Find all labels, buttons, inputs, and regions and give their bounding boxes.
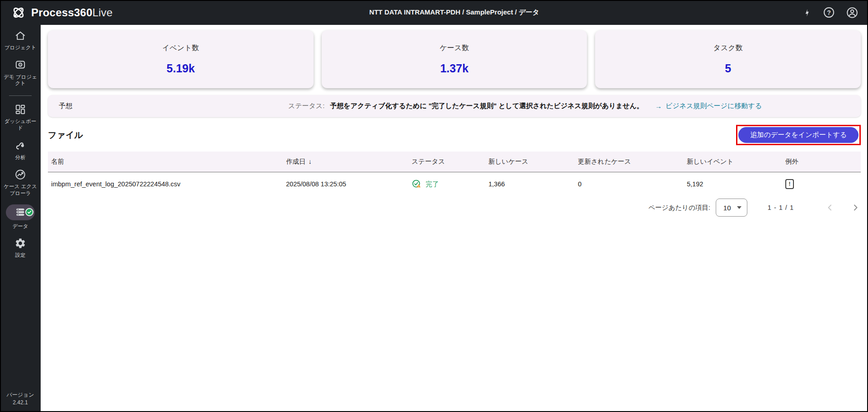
flash-icon[interactable]: [802, 7, 812, 18]
sidebar-item-dashboard[interactable]: ダッシュボード: [0, 103, 40, 131]
stat-label: タスク数: [713, 43, 743, 53]
stat-card-events: イベント数 5.19k: [48, 30, 314, 88]
import-data-button[interactable]: 追加のデータをインポートする: [738, 127, 859, 143]
column-header-name[interactable]: 名前: [48, 157, 286, 166]
status-text: 完了: [426, 180, 439, 189]
business-rules-link[interactable]: → ビジネス規則ページに移動する: [655, 102, 762, 110]
case-explorer-icon: [14, 168, 26, 180]
sidebar-divider: [9, 95, 32, 96]
gear-icon: [14, 237, 26, 249]
stat-value: 1.37k: [440, 62, 469, 75]
new-cases-cell: 1,366: [488, 180, 578, 188]
files-table: 名前 作成日↓ ステータス 新しいケース 更新されたケース 新しいイベント 例外…: [48, 152, 861, 217]
created-date-cell: 2025/08/08 13:25:05: [286, 180, 412, 188]
forecast-title: 予想: [59, 102, 72, 110]
items-per-page-label: ページあたりの項目:: [648, 204, 710, 212]
column-header-new-events[interactable]: 新しいイベント: [687, 157, 785, 166]
main-content: イベント数 5.19k ケース数 1.37k タスク数 5 予想 ステータス: …: [41, 25, 868, 412]
sidebar-item-analysis[interactable]: 分析: [0, 139, 40, 161]
sidebar-item-settings[interactable]: 設定: [0, 237, 40, 259]
sidebar-item-projects[interactable]: プロジェクト: [0, 29, 40, 51]
pagination-range: 1 - 1 / 1: [768, 204, 794, 211]
exception-report-icon[interactable]: !: [785, 179, 794, 189]
chevron-down-icon: [737, 206, 741, 209]
table-header-row: 名前 作成日↓ ステータス 新しいケース 更新されたケース 新しいイベント 例外: [48, 152, 861, 172]
arrow-right-icon: →: [655, 102, 662, 110]
column-header-updated-cases[interactable]: 更新されたケース: [578, 157, 687, 166]
exception-cell: !: [785, 179, 858, 189]
demo-eye-icon: [14, 59, 26, 71]
sidebar-item-data[interactable]: データ: [0, 204, 40, 230]
data-ready-check-icon: [25, 208, 33, 216]
column-header-exceptions[interactable]: 例外: [785, 157, 858, 166]
column-header-created[interactable]: 作成日↓: [286, 157, 412, 166]
stat-card-cases: ケース数 1.37k: [322, 30, 587, 88]
column-header-new-cases[interactable]: 新しいケース: [488, 157, 578, 166]
updated-cases-cell: 0: [578, 180, 687, 188]
stat-cards: イベント数 5.19k ケース数 1.37k タスク数 5: [48, 30, 861, 88]
status-cell: 完了: [412, 179, 488, 189]
next-page-icon[interactable]: [852, 204, 859, 211]
stat-value: 5: [725, 62, 731, 75]
app-logo-icon: [11, 5, 26, 20]
sidebar-item-case-explorer[interactable]: ケース エクスプローラ: [0, 168, 40, 196]
stat-label: ケース数: [440, 43, 469, 53]
table-row: imbpm_ref_event_log_20250722224548.csv 2…: [48, 172, 861, 196]
stat-card-tasks: タスク数 5: [595, 30, 861, 88]
sort-desc-icon: ↓: [309, 158, 312, 165]
top-bar: Process360Live NTT DATA INTRAMART-PDH / …: [0, 0, 868, 25]
version-number: 2.42.1: [6, 399, 34, 407]
file-name-cell: imbpm_ref_event_log_20250722224548.csv: [48, 180, 286, 188]
new-events-cell: 5,192: [687, 180, 785, 188]
stat-value: 5.19k: [167, 62, 195, 75]
forecast-strip: 予想 ステータス: 予想をアクティブ化するために "完了したケース規則" として…: [48, 95, 861, 117]
previous-page-icon[interactable]: [826, 204, 834, 211]
process-path-icon: [14, 139, 26, 152]
sidebar-item-demo-project[interactable]: デモ プロジェクト: [0, 59, 40, 87]
account-icon[interactable]: [846, 7, 858, 19]
status-done-warning-icon: [412, 179, 422, 189]
pagination-bar: ページあたりの項目: 10 1 - 1 / 1: [48, 199, 861, 217]
help-icon[interactable]: ?: [824, 7, 834, 18]
active-item-pill: [6, 204, 35, 220]
forecast-status-label: ステータス:: [288, 102, 325, 110]
breadcrumb: NTT DATA INTRAMART-PDH / SampleProject /…: [41, 8, 868, 17]
column-header-status[interactable]: ステータス: [412, 157, 488, 166]
items-per-page-select[interactable]: 10: [716, 199, 747, 217]
version-info: バージョン 2.42.1: [6, 391, 34, 407]
stat-label: イベント数: [162, 43, 199, 53]
items-per-page-value: 10: [723, 204, 731, 212]
files-section-title: ファイル: [48, 129, 83, 141]
sidebar: プロジェクト デモ プロジェクト ダッシュボード: [0, 25, 41, 412]
home-icon: [14, 29, 26, 42]
forecast-status-message: 予想をアクティブ化するために "完了したケース規則" として選択されたビジネス規…: [330, 102, 643, 110]
red-annotation-box: 追加のデータをインポートする: [736, 125, 861, 145]
dashboard-icon: [14, 103, 26, 115]
version-label: バージョン: [6, 391, 34, 399]
data-server-icon: [14, 206, 26, 218]
